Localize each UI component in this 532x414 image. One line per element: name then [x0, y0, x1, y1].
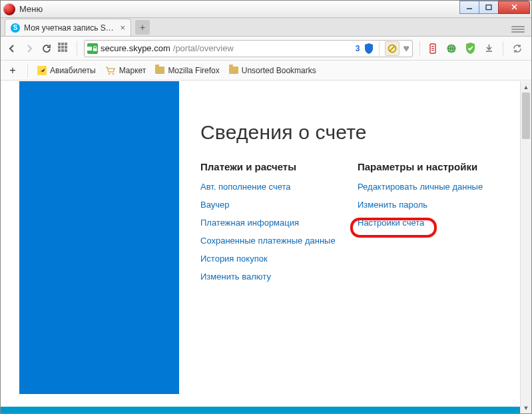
lock-icon — [87, 43, 98, 54]
reload-button[interactable] — [41, 43, 53, 55]
svg-rect-10 — [431, 50, 434, 51]
window-title-bar: Меню — [1, 1, 531, 18]
svg-rect-9 — [431, 48, 434, 49]
panel-toggle-icon[interactable] — [511, 25, 525, 33]
address-bar[interactable]: secure.skype.com/portal/overview 3 ♥ — [84, 40, 413, 57]
viewport: Сведения о счете Платежи и расчеты Авт. … — [1, 81, 531, 413]
tab-strip: S Моя учетная запись Skyp × + — [1, 18, 531, 37]
window-controls — [459, 1, 530, 14]
opera-icon — [3, 3, 15, 15]
link-saved-payment[interactable]: Сохраненные платежные данные — [200, 236, 340, 246]
tab-close-icon[interactable]: × — [120, 23, 125, 33]
folder-icon — [155, 67, 164, 74]
blocked-count: 3 — [356, 44, 360, 53]
svg-line-6 — [390, 46, 395, 51]
bookmark-heart-icon[interactable]: ♥ — [403, 43, 410, 55]
bookmark-unsorted[interactable]: Unsorted Bookmarks — [229, 66, 316, 75]
skype-favicon-icon: S — [11, 23, 20, 33]
bookmark-label: Unsorted Bookmarks — [242, 66, 316, 75]
link-voucher[interactable]: Ваучер — [200, 200, 340, 210]
separator — [77, 41, 77, 56]
folder-icon — [229, 67, 238, 74]
link-auto-recharge[interactable]: Авт. пополнение счета — [200, 182, 340, 192]
payments-column: Платежи и расчеты Авт. пополнение счета … — [200, 161, 340, 290]
speed-dial-icon[interactable] — [58, 43, 70, 55]
svg-point-16 — [108, 73, 110, 75]
page-content: Сведения о счете Платежи и расчеты Авт. … — [1, 81, 520, 413]
maximize-button[interactable] — [479, 1, 499, 14]
skype-sidebar-panel — [19, 81, 179, 394]
shield-green-icon[interactable] — [464, 43, 476, 55]
link-purchase-history[interactable]: История покупок — [200, 254, 340, 264]
bookmark-label: Маркет — [119, 66, 146, 75]
svg-rect-4 — [93, 48, 97, 51]
page-heading: Сведения о счете — [200, 121, 507, 144]
url-host: secure.skype.com — [101, 43, 170, 53]
settings-column: Параметры и настройки Редактировать личн… — [358, 161, 497, 290]
bookmark-mozilla[interactable]: Mozilla Firefox — [155, 66, 219, 75]
forward-button[interactable] — [23, 43, 35, 55]
link-change-password[interactable]: Изменить пароль — [358, 200, 497, 210]
footer-stripe — [1, 404, 520, 413]
column-title: Параметры и настройки — [358, 161, 497, 172]
active-tab[interactable]: S Моя учетная запись Skyp × — [5, 19, 131, 36]
svg-rect-1 — [486, 5, 491, 9]
cart-icon — [105, 66, 116, 75]
url-path: /portal/overview — [173, 43, 234, 53]
scroll-thumb[interactable] — [522, 93, 530, 139]
add-bookmark-button[interactable]: + — [7, 65, 18, 76]
scroll-up-icon[interactable]: ▲ — [521, 81, 531, 93]
link-change-currency[interactable]: Изменить валюту — [200, 272, 340, 282]
bookmark-label: Авиабилеты — [50, 66, 96, 75]
minimize-button[interactable] — [459, 1, 479, 14]
extension-1-icon[interactable] — [427, 43, 439, 55]
sync-icon[interactable] — [511, 43, 523, 55]
link-payment-info[interactable]: Платежная информация — [200, 218, 340, 228]
toolbar: secure.skype.com/portal/overview 3 ♥ — [1, 37, 531, 61]
vertical-scrollbar[interactable]: ▲ ▼ — [520, 81, 531, 413]
bookmark-avia[interactable]: Авиабилеты — [37, 66, 96, 75]
menu-button[interactable]: Меню — [19, 4, 43, 14]
block-toggle[interactable] — [385, 41, 399, 56]
download-icon[interactable] — [483, 43, 495, 55]
link-edit-profile[interactable]: Редактировать личные данные — [358, 182, 497, 192]
plane-icon — [37, 66, 47, 75]
bookmarks-bar: + Авиабилеты Маркет Mozilla Firefox Unso… — [1, 61, 531, 81]
back-button[interactable] — [6, 43, 18, 55]
globe-icon[interactable] — [445, 43, 457, 55]
bookmark-market[interactable]: Маркет — [105, 66, 146, 75]
column-title: Платежи и расчеты — [200, 161, 340, 172]
bookmark-label: Mozilla Firefox — [168, 66, 219, 75]
scroll-down-icon[interactable]: ▼ — [521, 402, 531, 413]
shield-icon[interactable] — [364, 43, 374, 54]
tab-title: Моя учетная запись Skyp — [24, 23, 116, 33]
close-button[interactable] — [498, 1, 530, 14]
svg-point-17 — [112, 73, 114, 75]
new-tab-button[interactable]: + — [135, 20, 150, 35]
svg-rect-8 — [431, 46, 434, 47]
extension-icons — [427, 41, 526, 56]
link-account-settings[interactable]: Настройки счета — [358, 218, 497, 228]
